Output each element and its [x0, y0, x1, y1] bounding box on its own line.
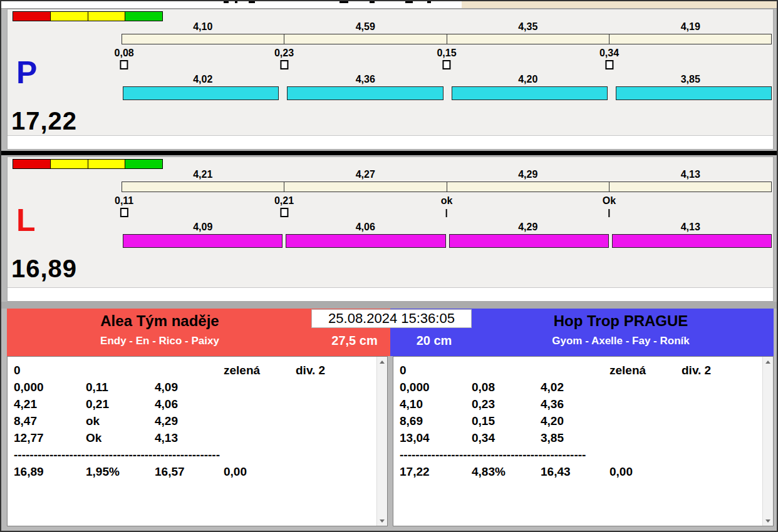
log-cell: Ok: [86, 431, 155, 445]
dog-time-bar: [123, 234, 283, 248]
log-cell: 1,95%: [86, 465, 155, 479]
height-category-badge: 27,5 cm: [320, 334, 389, 348]
log-summary-row: 17,22 4,83% 16,43 0,00: [400, 463, 757, 480]
log-cell: 4,36: [541, 397, 609, 411]
change-markers-row: 0,08 0,23 0,15 0,34: [122, 48, 772, 74]
log-cell: 0,15: [472, 414, 541, 428]
window-artifact: [370, 1, 375, 3]
log-divider: ----------------------------------------…: [400, 448, 757, 462]
chevron-up-icon: [765, 361, 770, 364]
dog-time-bars: [123, 234, 772, 248]
dog-time: 4,20: [447, 74, 609, 85]
height-category-badge: 20 cm: [403, 334, 465, 348]
log-cell: 16,57: [155, 465, 224, 479]
change-marker-box: [120, 208, 128, 217]
change-time-label: 0,15: [437, 48, 456, 59]
change-marker-tick: [446, 209, 447, 217]
log-cell: 4,29: [155, 414, 224, 428]
change-time-label: 0,23: [274, 48, 294, 59]
result-logs: 0 zelená div. 2 0,000 0,11 4,09 4,21 0,2…: [7, 356, 774, 526]
change-marker-tick: [609, 209, 610, 217]
chevron-down-icon: [765, 519, 770, 523]
teams-panel: Alea Tým naděje Endy - En - Rico - Paixy…: [7, 309, 774, 526]
log-row: 8,47 ok 4,29: [14, 412, 371, 429]
change-marker-group: 0,34: [599, 48, 619, 69]
log-cell: 4,06: [155, 397, 224, 411]
dog-time: 4,36: [284, 74, 447, 85]
scroll-down-button[interactable]: [763, 516, 774, 526]
log-divider-row: ----------------------------------------…: [400, 446, 757, 463]
scale-segment: [447, 182, 609, 192]
change-marker-group: 0,21: [274, 195, 294, 217]
window-top-strip: [1, 1, 777, 9]
team-name: Alea Tým naděje: [7, 312, 313, 330]
team-block: Alea Tým naděje Endy - En - Rico - Paixy: [7, 312, 313, 347]
log-row: 4,10 0,23 4,36: [400, 396, 757, 412]
log-row: 8,69 0,15 4,20: [400, 412, 757, 429]
chevron-up-icon: [380, 361, 385, 364]
dog-time-bar: [123, 86, 279, 100]
lane-letter: L: [16, 205, 36, 236]
log-cell: 0,00: [609, 465, 682, 479]
chevron-down-icon: [380, 519, 385, 523]
change-marker-group: 0,08: [115, 48, 134, 69]
change-marker-group: Ok: [603, 195, 616, 217]
scale-segment: [609, 34, 771, 44]
scroll-up-button[interactable]: [377, 357, 388, 367]
change-marker-box: [120, 60, 128, 69]
log-cell: ok: [86, 414, 155, 428]
lane-divider: [1, 151, 777, 155]
panel-footer: [8, 287, 773, 301]
log-cell: 0,000: [14, 381, 86, 394]
change-marker-group: 0,23: [274, 48, 294, 69]
change-markers-row: 0,11 0,21 ok Ok: [122, 195, 772, 222]
log-row: 4,21 0,21 4,06: [14, 396, 371, 412]
log-cell: 0,23: [472, 397, 541, 411]
scale-segment: [122, 34, 284, 44]
split-time: 4,35: [447, 21, 609, 33]
log-cell: 12,77: [14, 431, 86, 445]
log-row: 0 zelená div. 2: [14, 362, 371, 379]
log-cell: 4,02: [541, 381, 609, 394]
split-times-row: 4,21 4,27 4,29 4,13: [122, 169, 772, 180]
dog-time-bar: [449, 234, 609, 248]
change-time-label: 0,11: [115, 195, 133, 207]
dog-time: 4,13: [609, 222, 772, 233]
window-artifact: [340, 1, 348, 3]
split-time: 4,21: [122, 169, 284, 180]
result-log-right[interactable]: 0 zelená div. 2 0,000 0,08 4,02 4,10 0,2…: [393, 356, 774, 526]
log-cell: 4,83%: [472, 465, 541, 479]
status-light-yellow-1: [51, 160, 88, 168]
scroll-up-button[interactable]: [763, 357, 774, 367]
window-artifact: [405, 1, 413, 3]
change-marker-box: [280, 60, 288, 69]
log-cell: 0,00: [224, 465, 296, 479]
log-cell: div. 2: [682, 364, 757, 377]
scroll-down-button[interactable]: [377, 516, 388, 526]
window-top-right-area: [462, 1, 777, 8]
dog-time-bars: [123, 86, 772, 100]
lane-total-time: 17,22: [11, 107, 77, 135]
change-time-label: Ok: [603, 195, 616, 207]
window-artifact: [249, 1, 255, 3]
log-cell: 4,09: [155, 381, 224, 394]
split-scale-bar: [122, 182, 772, 192]
log-cell: 0,21: [86, 397, 155, 411]
result-log-left[interactable]: 0 zelená div. 2 0,000 0,11 4,09 4,21 0,2…: [7, 356, 388, 526]
change-marker-box: [280, 208, 288, 217]
dog-time: 4,09: [122, 222, 284, 233]
log-row: 0 zelená div. 2: [400, 362, 757, 379]
split-times-row: 4,10 4,59 4,35 4,19: [122, 21, 772, 33]
window-artifact: [427, 1, 431, 3]
log-cell: 8,47: [14, 414, 86, 428]
change-time-label: 0,21: [274, 195, 294, 207]
scale-segment: [284, 182, 447, 192]
log-row: 12,77 Ok 4,13: [14, 429, 371, 446]
scrollbar[interactable]: [762, 357, 773, 526]
log-cell: 8,69: [400, 414, 472, 428]
dog-time: 3,85: [609, 74, 772, 85]
dog-time-bar: [286, 234, 445, 248]
dog-time: 4,02: [122, 74, 284, 85]
scale-segment: [122, 182, 284, 192]
scrollbar[interactable]: [376, 357, 387, 526]
